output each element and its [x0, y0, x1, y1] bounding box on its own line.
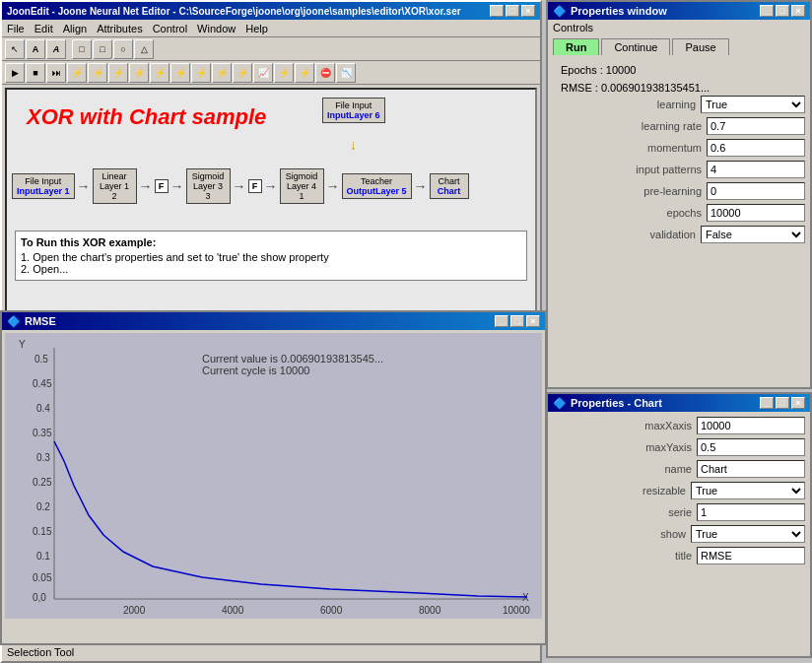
pc-row-serie: serie [553, 503, 805, 521]
tool-4[interactable]: ⚡ [88, 63, 107, 83]
node-linear[interactable]: Linear Layer 1 2 [93, 168, 137, 204]
label-validation: validation [597, 229, 696, 240]
epochs-text: Epochs : 10000 [561, 64, 636, 76]
toolbar-1: ↖ A A □ □ ○ △ [2, 37, 540, 61]
props-chart-close-btn[interactable]: × [791, 397, 805, 409]
pc-input-name[interactable] [697, 460, 805, 478]
pc-label-maxyaxis: maxYaxis [613, 441, 692, 453]
arrow-1: → [77, 178, 91, 194]
rmse-chart-area: Current value is 0.00690193813545... Cur… [5, 333, 542, 619]
tool-13[interactable]: ⚡ [295, 63, 314, 83]
menu-attributes[interactable]: Attributes [97, 23, 142, 34]
maximize-button[interactable]: □ [506, 5, 519, 17]
props-row-learning-rate: learning rate [553, 117, 805, 135]
tool-10[interactable]: ⚡ [212, 63, 232, 83]
pc-input-title[interactable] [697, 547, 805, 564]
minimize-button[interactable]: _ [490, 5, 504, 17]
pc-row-name: name [553, 460, 805, 478]
svg-text:0.25: 0.25 [33, 477, 52, 488]
menu-window[interactable]: Window [197, 23, 236, 34]
properties-window: 🔷 Properties window _ □ × Controls Run C… [546, 0, 812, 389]
rect-tool[interactable]: □ [72, 39, 92, 59]
tool-12[interactable]: ⚡ [274, 63, 294, 83]
tool-3[interactable]: ⚡ [67, 63, 87, 83]
select-validation[interactable]: FalseTrue [701, 226, 805, 243]
rounded-rect-tool[interactable]: □ [93, 39, 112, 59]
tool-9[interactable]: ⚡ [191, 63, 211, 83]
props-icon: 🔷 [553, 5, 567, 18]
node-file-input-1[interactable]: File Input InputLayer 1 [12, 173, 75, 199]
props-chart-min-btn[interactable]: _ [760, 397, 774, 409]
pc-select-resizable[interactable]: TrueFalse [691, 482, 805, 499]
rmse-window: 🔷 RMSE _ □ × Current value is 0.00690193… [0, 310, 547, 645]
circle-tool[interactable]: ○ [113, 39, 133, 59]
arrow-down-file: ↓ [350, 137, 357, 153]
tab-run[interactable]: Run [553, 38, 599, 55]
props-max-btn[interactable]: □ [776, 5, 789, 17]
svg-text:0.05: 0.05 [33, 572, 52, 583]
step-btn[interactable]: ⏭ [46, 63, 66, 83]
pc-input-maxxaxis[interactable] [697, 417, 805, 434]
input-pre-learning[interactable] [707, 182, 805, 200]
menu-edit[interactable]: Edit [34, 23, 53, 34]
tool-8[interactable]: ⚡ [170, 63, 190, 83]
pc-row-maxyaxis: maxYaxis [553, 438, 805, 456]
props-row-pre-learning: pre-learning [553, 182, 805, 200]
menu-help[interactable]: Help [245, 23, 268, 34]
props-chart-title-bar: 🔷 Properties - Chart _ □ × [548, 394, 810, 412]
stop-btn[interactable]: ■ [26, 63, 45, 83]
tool-6[interactable]: ⚡ [129, 63, 149, 83]
tool-15[interactable]: 📉 [336, 63, 356, 83]
node-sigmoid-1-name: Layer 3 [191, 181, 226, 191]
rmse-close-btn[interactable]: × [526, 315, 540, 327]
pc-input-maxyaxis[interactable] [697, 438, 805, 456]
pc-select-show[interactable]: TrueFalse [691, 525, 805, 543]
svg-text:0.2: 0.2 [36, 501, 50, 512]
tab-pause[interactable]: Pause [672, 38, 728, 55]
text-italic-tool[interactable]: A [46, 39, 66, 59]
props-min-btn[interactable]: _ [760, 5, 774, 17]
input-learning-rate[interactable] [707, 117, 805, 135]
input-input-patterns[interactable] [707, 161, 805, 178]
menu-align[interactable]: Align [63, 23, 87, 34]
text-tool[interactable]: A [26, 39, 45, 59]
node-sigmoid-2[interactable]: Sigmoid Layer 4 1 [280, 168, 324, 204]
node-sigmoid-1[interactable]: Sigmoid Layer 3 3 [186, 168, 231, 204]
svg-text:8000: 8000 [419, 605, 441, 616]
tab-continue[interactable]: Continue [601, 38, 670, 55]
node-chart-title: Chart [435, 176, 464, 186]
play-btn[interactable]: ▶ [5, 63, 25, 83]
current-cycle-text: Current cycle is 10000 [202, 365, 383, 376]
node-sigmoid-1-num: 3 [191, 191, 226, 201]
tool-5[interactable]: ⚡ [108, 63, 128, 83]
node-sigmoid-2-num: 1 [285, 191, 319, 201]
menu-file[interactable]: File [7, 23, 25, 34]
nn-row: File Input InputLayer 1 → Linear Layer 1… [12, 168, 469, 204]
props-close-btn[interactable]: × [791, 5, 805, 17]
chart-btn[interactable]: 📈 [253, 63, 273, 83]
select-learning[interactable]: TrueFalse [701, 96, 805, 113]
svg-text:2000: 2000 [123, 605, 146, 616]
rmse-title: RMSE [25, 315, 56, 327]
svg-text:4000: 4000 [222, 605, 244, 616]
tool-11[interactable]: ⚡ [233, 63, 252, 83]
node-chart[interactable]: Chart Chart [430, 173, 469, 199]
tool-7[interactable]: ⚡ [150, 63, 169, 83]
rmse-max-btn[interactable]: □ [510, 315, 524, 327]
file-input-top[interactable]: File Input InputLayer 6 [322, 98, 385, 123]
menu-control[interactable]: Control [153, 23, 187, 34]
pc-input-serie[interactable] [697, 503, 805, 521]
input-momentum[interactable] [707, 139, 805, 157]
node-sigmoid-2-title: Sigmoid [285, 171, 319, 181]
epochs-display: Epochs : 10000 [553, 60, 805, 80]
props-title: Properties window [571, 5, 667, 17]
tri-tool[interactable]: △ [134, 39, 154, 59]
rmse-min-btn[interactable]: _ [495, 315, 508, 327]
chart-info: Current value is 0.00690193813545... Cur… [202, 353, 383, 376]
props-chart-max-btn[interactable]: □ [776, 397, 789, 409]
close-button[interactable]: × [521, 5, 535, 17]
input-epochs[interactable] [707, 204, 805, 222]
tool-14[interactable]: ⛔ [315, 63, 335, 83]
cursor-tool[interactable]: ↖ [5, 39, 25, 59]
node-teacher[interactable]: Teacher OutputLayer 5 [342, 173, 412, 199]
